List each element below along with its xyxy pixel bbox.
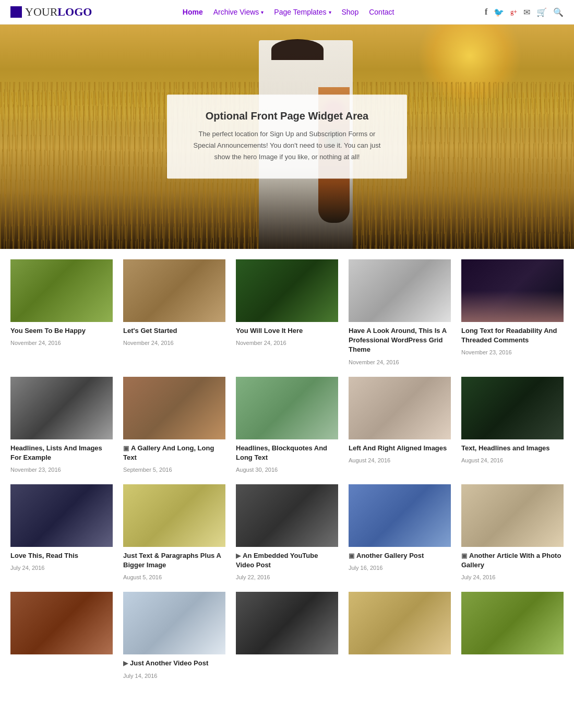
- post-thumb-link[interactable]: [349, 259, 451, 322]
- post-thumbnail: [349, 377, 451, 439]
- post-thumb-link[interactable]: [10, 377, 113, 439]
- hero-title: Optional Front Page Widget Area: [193, 110, 381, 122]
- nav-shop[interactable]: Shop: [342, 8, 359, 16]
- post-thumb-link[interactable]: [123, 377, 225, 439]
- post-thumb-link[interactable]: [349, 592, 451, 654]
- post-title: Have A Look Around, This Is A Profession…: [349, 326, 451, 355]
- post-thumbnail: [236, 259, 338, 322]
- post-card: You Will Love It Here November 24, 2016: [231, 259, 343, 377]
- post-title: ▣Another Article With a Photo Gallery: [461, 551, 564, 570]
- post-date: November 24, 2016: [10, 340, 61, 346]
- gallery-icon: ▣: [349, 552, 354, 559]
- post-thumb-link[interactable]: [10, 592, 113, 654]
- post-thumbnail: [10, 377, 113, 439]
- cart-icon[interactable]: 🛒: [536, 7, 547, 17]
- email-icon[interactable]: ✉: [523, 7, 530, 17]
- nav-contact[interactable]: Contact: [369, 8, 394, 16]
- post-date: July 16, 2016: [349, 565, 382, 571]
- post-thumbnail: [236, 484, 338, 547]
- nav-archive[interactable]: Archive Views ▾: [213, 8, 264, 16]
- post-thumbnail: [10, 259, 113, 322]
- post-thumbnail: [236, 592, 338, 654]
- post-thumbnail: [10, 484, 113, 547]
- post-title: Headlines, Blockquotes And Long Text: [236, 444, 338, 462]
- video-icon: ▶: [123, 660, 128, 667]
- post-date: August 5, 2016: [123, 574, 162, 580]
- logo-box: [10, 6, 22, 18]
- post-thumbnail: [349, 484, 451, 547]
- social-icons: f 🐦 g+ ✉ 🛒 🔍: [485, 7, 564, 17]
- post-date: July 24, 2016: [10, 565, 44, 571]
- post-thumb-link[interactable]: [236, 377, 338, 439]
- post-title: Headlines, Lists And Images For Example: [10, 444, 113, 462]
- post-thumb-link[interactable]: [461, 484, 564, 547]
- post-thumbnail: [461, 484, 564, 547]
- post-card: Just Text & Paragraphs Plus A Bigger Ima…: [118, 484, 231, 592]
- post-thumb-link[interactable]: [10, 259, 113, 322]
- post-card: [343, 592, 456, 690]
- site-header: YOUR LOGO Home Archive Views ▾ Page Temp…: [0, 0, 574, 25]
- post-thumb-link[interactable]: [10, 484, 113, 547]
- logo[interactable]: YOUR LOGO: [10, 5, 92, 19]
- post-date: November 23, 2016: [461, 349, 512, 355]
- nav-templates-arrow: ▾: [329, 9, 331, 15]
- post-card: ▣Another Article With a Photo Gallery Ju…: [456, 484, 569, 592]
- post-title: Left And Right Aligned Images: [349, 444, 451, 453]
- main-nav: Home Archive Views ▾ Page Templates ▾ Sh…: [183, 8, 394, 16]
- post-date: July 24, 2016: [461, 574, 495, 580]
- post-card: ▣Another Gallery Post July 16, 2016: [343, 484, 456, 592]
- post-card: Headlines, Lists And Images For Example …: [5, 377, 118, 484]
- post-date: September 5, 2016: [123, 467, 172, 473]
- post-date: November 24, 2016: [236, 340, 286, 346]
- post-thumbnail: [461, 377, 564, 439]
- post-thumbnail: [349, 259, 451, 322]
- logo-logo: LOGO: [57, 5, 92, 19]
- post-thumb-link[interactable]: [461, 259, 564, 322]
- nav-archive-link[interactable]: Archive Views: [213, 8, 259, 16]
- post-thumb-link[interactable]: [461, 592, 564, 654]
- post-grid: You Seem To Be Happy November 24, 2016 L…: [0, 249, 574, 690]
- post-date: July 22, 2016: [236, 574, 270, 580]
- post-thumb-link[interactable]: [236, 592, 338, 654]
- post-thumbnail: [461, 592, 564, 654]
- post-card: Love This, Read This July 24, 2016: [5, 484, 118, 592]
- post-thumb-link[interactable]: [461, 377, 564, 439]
- post-thumbnail: [236, 377, 338, 439]
- facebook-icon[interactable]: f: [485, 7, 487, 17]
- post-date: August 24, 2016: [461, 457, 503, 463]
- post-thumbnail: [123, 259, 225, 322]
- post-thumb-link[interactable]: [123, 484, 225, 547]
- post-date: November 24, 2016: [349, 359, 399, 365]
- post-card: Left And Right Aligned Images August 24,…: [343, 377, 456, 484]
- post-title: ▣Another Gallery Post: [349, 551, 451, 560]
- post-thumbnail: [349, 592, 451, 654]
- post-thumb-link[interactable]: [236, 259, 338, 322]
- post-card: [231, 592, 343, 690]
- post-title: You Will Love It Here: [236, 326, 338, 336]
- post-thumb-link[interactable]: [349, 377, 451, 439]
- hero-section: Optional Front Page Widget Area The perf…: [0, 25, 574, 249]
- post-title: Just Text & Paragraphs Plus A Bigger Ima…: [123, 551, 225, 570]
- post-card: [5, 592, 118, 690]
- gplus-icon[interactable]: g+: [510, 8, 517, 16]
- post-thumb-link[interactable]: [349, 484, 451, 547]
- nav-home[interactable]: Home: [183, 8, 203, 16]
- post-thumbnail: [123, 484, 225, 547]
- gallery-icon: ▣: [461, 552, 467, 559]
- search-icon[interactable]: 🔍: [553, 7, 564, 17]
- post-thumb-link[interactable]: [123, 592, 225, 654]
- post-card: ▶An Embedded YouTube Video Post July 22,…: [231, 484, 343, 592]
- post-date: August 24, 2016: [349, 457, 390, 463]
- post-date: November 23, 2016: [10, 467, 61, 473]
- post-title: Let's Get Started: [123, 326, 225, 336]
- post-title: Text, Headlines and Images: [461, 444, 564, 453]
- post-title: ▣A Gallery And Long, Long Text: [123, 444, 225, 462]
- hero-widget-box: Optional Front Page Widget Area The perf…: [167, 94, 407, 178]
- post-thumb-link[interactable]: [236, 484, 338, 547]
- nav-templates[interactable]: Page Templates ▾: [274, 8, 331, 16]
- twitter-icon[interactable]: 🐦: [494, 7, 504, 17]
- post-thumb-link[interactable]: [123, 259, 225, 322]
- post-title: Love This, Read This: [10, 551, 113, 560]
- post-card: Let's Get Started November 24, 2016: [118, 259, 231, 377]
- nav-templates-link[interactable]: Page Templates: [274, 8, 326, 16]
